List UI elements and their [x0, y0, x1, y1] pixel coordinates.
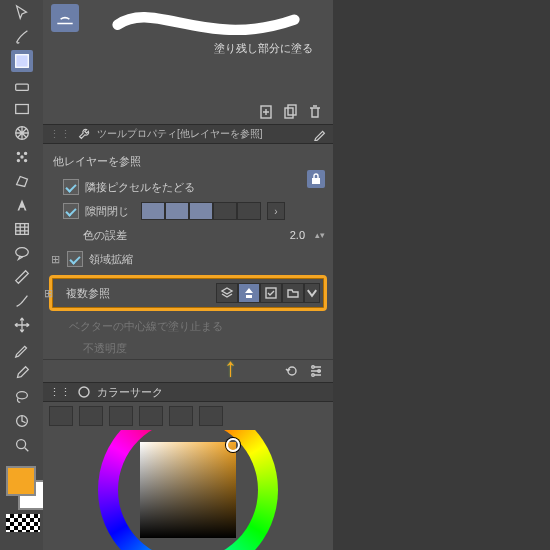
tool-gradient[interactable]: [11, 50, 33, 72]
tool-rect[interactable]: [11, 98, 33, 120]
svg-rect-9: [15, 224, 28, 235]
tool-pencil[interactable]: [11, 338, 33, 360]
svg-point-21: [312, 374, 315, 377]
svg-rect-15: [285, 108, 293, 118]
multiref-expand[interactable]: ⊞: [42, 287, 54, 299]
tool-text[interactable]: [11, 194, 33, 216]
svg-point-8: [20, 156, 22, 158]
row-vector-centerline: ベクターの中心線で塗り止まる: [43, 315, 333, 337]
svg-rect-2: [15, 105, 28, 114]
tool-ruler[interactable]: [11, 266, 33, 288]
svg-rect-0: [15, 55, 28, 68]
color-tab-2[interactable]: [79, 406, 103, 426]
value-color-tol[interactable]: 2.0: [286, 229, 309, 241]
hue-ring[interactable]: [98, 430, 278, 550]
color-tab-5[interactable]: [169, 406, 193, 426]
tool-property-title: ツールプロパティ[他レイヤーを参照]: [97, 127, 307, 141]
row-opacity: 不透明度: [43, 337, 333, 359]
duplicate-icon[interactable]: [283, 104, 299, 120]
tool-zoom[interactable]: [11, 434, 33, 456]
svg-point-22: [79, 387, 89, 397]
svg-rect-1: [15, 84, 28, 90]
tool-grid[interactable]: [11, 218, 33, 240]
color-panel-title: カラーサーク: [97, 385, 163, 400]
highlight-multi-reference: ⊞ 複数参照: [49, 275, 327, 311]
settings-icon[interactable]: [309, 364, 323, 378]
svg-point-4: [17, 152, 19, 154]
multiref-selected[interactable]: [260, 283, 282, 303]
svg-rect-17: [312, 178, 320, 184]
svg-point-13: [16, 440, 25, 449]
edit-icon[interactable]: [313, 127, 327, 141]
svg-rect-18: [266, 288, 276, 298]
tool-eyedropper[interactable]: [11, 362, 33, 384]
tool-net[interactable]: [11, 122, 33, 144]
new-subtool-icon[interactable]: [259, 104, 275, 120]
multiref-dropdown[interactable]: [304, 283, 320, 303]
svg-point-6: [17, 160, 19, 162]
checkbox-expand[interactable]: [67, 251, 83, 267]
tool-balloon[interactable]: [11, 242, 33, 264]
gap-close-levels[interactable]: [141, 202, 261, 220]
row-color-tolerance: 色の誤差 2.0 ▴▾: [43, 223, 333, 247]
subtool-caption: 塗り残し部分に塗る: [214, 41, 313, 56]
color-wheel-area: [43, 430, 333, 550]
color-tab-6[interactable]: [199, 406, 223, 426]
tool-hand[interactable]: [11, 410, 33, 432]
subtool-preview: 塗り残し部分に塗る: [43, 0, 333, 60]
multiref-all-layers[interactable]: [216, 283, 238, 303]
tool-pen[interactable]: [11, 290, 33, 312]
color-tab-1[interactable]: [49, 406, 73, 426]
color-swatches[interactable]: [4, 466, 40, 546]
expand-toggle[interactable]: ⊞: [49, 253, 61, 265]
left-toolbar: [0, 0, 43, 550]
label-opacity: 不透明度: [83, 341, 127, 356]
panel-grip[interactable]: ⋮⋮: [49, 128, 71, 141]
subtool-thumb[interactable]: [51, 4, 79, 32]
row-adjacent-pixels: 隣接ピクセルをたどる: [43, 175, 333, 199]
svg-point-10: [15, 248, 28, 257]
tool-dots[interactable]: [11, 146, 33, 168]
canvas-area: [333, 0, 550, 550]
label-expand: 領域拡縮: [89, 252, 133, 267]
label-adjacent: 隣接ピクセルをたどる: [85, 180, 195, 195]
stepper-color-tol[interactable]: ▴▾: [315, 230, 325, 240]
multiref-reference-layer[interactable]: [238, 283, 260, 303]
lock-icon[interactable]: [307, 170, 325, 188]
checkbox-gap-close[interactable]: [63, 203, 79, 219]
reset-icon[interactable]: [285, 364, 299, 378]
color-panel-tabs: [43, 401, 333, 430]
tool-property-footer: [43, 359, 333, 382]
tool-eraser[interactable]: [11, 74, 33, 96]
tool-property-body: 他レイヤーを参照 隣接ピクセルをたどる 隙間閉じ › 色の誤差 2.0 ▴▾: [43, 144, 333, 382]
gap-close-more[interactable]: ›: [267, 202, 285, 220]
tool-poly[interactable]: [11, 170, 33, 192]
swatch-fg[interactable]: [6, 466, 36, 496]
tool-property-titlebar[interactable]: ⋮⋮ ツールプロパティ[他レイヤーを参照]: [43, 124, 333, 144]
panel-grip[interactable]: ⋮⋮: [49, 386, 71, 399]
color-tab-3[interactable]: [109, 406, 133, 426]
transparency-swatch[interactable]: [6, 514, 40, 532]
label-vector-center: ベクターの中心線で塗り止まる: [69, 319, 223, 334]
checkbox-adjacent[interactable]: [63, 179, 79, 195]
label-gap-close: 隙間閉じ: [85, 204, 129, 219]
color-panel-titlebar[interactable]: ⋮⋮ カラーサーク: [43, 382, 333, 401]
svg-rect-16: [288, 105, 296, 115]
multiref-folder[interactable]: [282, 283, 304, 303]
sv-square[interactable]: [140, 442, 236, 538]
svg-point-7: [24, 160, 26, 162]
row-area-expand: ⊞ 領域拡縮: [43, 247, 333, 271]
svg-point-5: [24, 152, 26, 154]
subtool-footer: [43, 60, 333, 124]
tool-brush[interactable]: [11, 26, 33, 48]
tool-lasso[interactable]: [11, 386, 33, 408]
color-circle-icon: [77, 385, 91, 399]
tool-move[interactable]: [11, 314, 33, 336]
row-gap-close: 隙間閉じ ›: [43, 199, 333, 223]
trash-icon[interactable]: [307, 104, 323, 120]
annotation-arrow: ↑: [224, 352, 237, 383]
tool-pointer[interactable]: [11, 2, 33, 24]
color-tab-4[interactable]: [139, 406, 163, 426]
wrench-icon[interactable]: [77, 127, 91, 141]
sv-picker[interactable]: [226, 438, 240, 452]
